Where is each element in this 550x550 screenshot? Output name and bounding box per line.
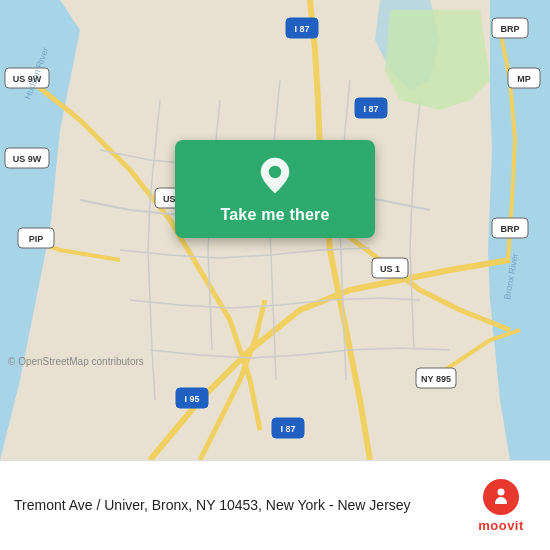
svg-point-31 [498,488,505,495]
moovit-label: moovit [478,518,524,533]
svg-text:I 87: I 87 [280,424,295,434]
moovit-logo[interactable]: moovit [466,479,536,533]
svg-text:NY 895: NY 895 [421,374,451,384]
svg-text:I 87: I 87 [363,104,378,114]
location-info: Tremont Ave / Univer, Bronx, NY 10453, N… [14,496,466,516]
moovit-icon [483,479,519,515]
map-attribution: © OpenStreetMap contributors [8,356,144,367]
bottom-bar: Tremont Ave / Univer, Bronx, NY 10453, N… [0,460,550,550]
location-text: Tremont Ave / Univer, Bronx, NY 10453, N… [14,496,456,516]
location-pin-icon [255,156,295,196]
svg-text:MP: MP [517,74,531,84]
svg-text:US 1: US 1 [380,264,400,274]
take-me-there-button[interactable]: Take me there [220,206,329,224]
location-card: Take me there [175,140,375,238]
map-container: US 9W US 9W I 87 I 87 US 5 US 1 I 95 I 8… [0,0,550,460]
svg-text:US 9W: US 9W [13,154,42,164]
svg-text:BRP: BRP [500,224,519,234]
moovit-bus-icon [490,486,512,508]
svg-text:PIP: PIP [29,234,44,244]
svg-text:I 95: I 95 [184,394,199,404]
svg-text:BRP: BRP [500,24,519,34]
svg-text:I 87: I 87 [294,24,309,34]
svg-point-30 [269,166,281,178]
